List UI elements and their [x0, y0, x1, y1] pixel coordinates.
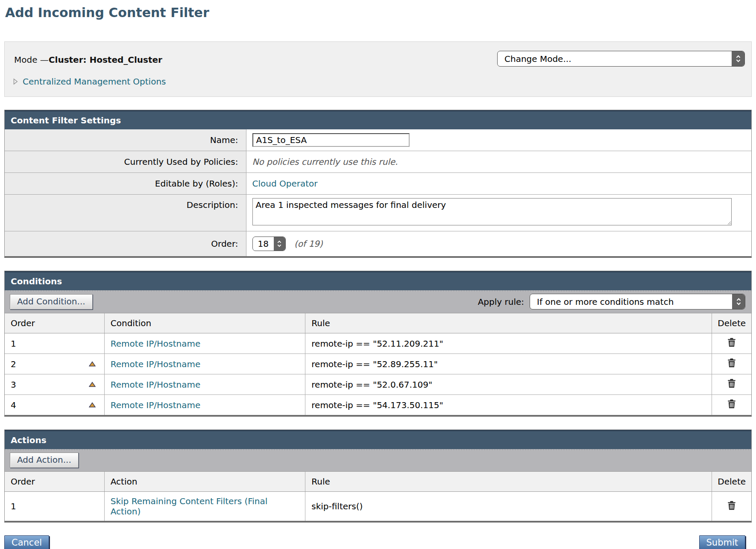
mode-box: Mode —Cluster: Hosted_Cluster Change Mod… — [4, 41, 752, 97]
policies-row: Currently Used by Policies: No policies … — [5, 151, 751, 173]
move-up-arrow-icon — [89, 362, 96, 368]
policies-label: Currently Used by Policies: — [5, 151, 246, 173]
delete-action-button[interactable] — [727, 501, 736, 510]
order-label: Order: — [5, 231, 246, 257]
conditions-header: Conditions — [5, 271, 751, 290]
col-order: Order — [5, 472, 104, 492]
move-up-arrow-icon — [89, 382, 96, 388]
description-label: Description: — [5, 195, 246, 231]
delete-condition-button[interactable] — [727, 358, 736, 368]
condition-link[interactable]: Remote IP/Hostname — [111, 359, 200, 369]
actions-header-row: Order Action Rule Delete — [5, 472, 751, 492]
trash-icon — [727, 383, 736, 389]
condition-row: 4 Remote IP/Hostname remote-ip == "54.17… — [5, 395, 751, 415]
trash-icon — [727, 362, 736, 369]
change-mode-select[interactable]: Change Mode... — [497, 51, 745, 67]
col-delete: Delete — [712, 472, 751, 492]
condition-rule: remote-ip == "54.173.50.115" — [305, 395, 712, 415]
col-action: Action — [104, 472, 305, 492]
col-delete: Delete — [712, 313, 751, 333]
page: Add Incoming Content Filter Mode —Cluste… — [0, 0, 756, 549]
action-order: 1 — [11, 501, 16, 511]
condition-order: 3 — [11, 380, 16, 390]
actions-header: Actions — [5, 430, 751, 449]
mode-value: Cluster: Hosted_Cluster — [49, 55, 162, 65]
condition-rule: remote-ip == "52.0.67.109" — [305, 374, 712, 395]
add-condition-button[interactable]: Add Condition... — [10, 294, 93, 310]
condition-row: 2 Remote IP/Hostname remote-ip == "52.89… — [5, 354, 751, 374]
trash-icon — [727, 505, 736, 511]
page-title: Add Incoming Content Filter — [5, 5, 752, 20]
centralized-management-options-label: Centralized Management Options — [23, 76, 166, 87]
trash-icon — [727, 403, 736, 410]
move-up-button[interactable] — [86, 382, 98, 387]
description-row: Description: Area 1 inspected messages f… — [5, 195, 751, 231]
col-order: Order — [5, 313, 104, 333]
action-link[interactable]: Skip Remaining Content Filters (Final Ac… — [111, 496, 268, 517]
move-up-button[interactable] — [86, 361, 98, 367]
select-stepper-icon — [732, 51, 744, 66]
content-filter-settings-panel: Content Filter Settings Name: Currently … — [4, 110, 752, 258]
name-row: Name: — [5, 129, 751, 151]
editable-row: Editable by (Roles): Cloud Operator — [5, 173, 751, 195]
cancel-button[interactable]: Cancel — [4, 535, 49, 549]
select-stepper-icon — [274, 237, 285, 251]
condition-rule: remote-ip == "52.89.255.11" — [305, 354, 712, 374]
condition-order: 1 — [11, 339, 16, 349]
footer: Cancel Submit — [4, 535, 752, 549]
col-rule: Rule — [305, 472, 712, 492]
policies-value: No policies currently use this rule. — [252, 157, 398, 167]
move-up-arrow-icon — [89, 403, 96, 409]
condition-row: 1 Remote IP/Hostname remote-ip == "52.11… — [5, 333, 751, 354]
conditions-panel: Conditions Add Condition... Apply rule: … — [4, 271, 752, 417]
condition-link[interactable]: Remote IP/Hostname — [111, 400, 200, 410]
select-stepper-icon — [732, 294, 745, 309]
condition-link[interactable]: Remote IP/Hostname — [111, 339, 200, 349]
content-filter-settings-header: Content Filter Settings — [5, 110, 751, 129]
delete-condition-button[interactable] — [727, 338, 736, 347]
conditions-toolbar: Add Condition... Apply rule: If one or m… — [5, 290, 751, 313]
order-select-value: 18 — [253, 237, 274, 251]
condition-row: 3 Remote IP/Hostname remote-ip == "52.0.… — [5, 374, 751, 395]
order-total: (of 19) — [294, 239, 323, 249]
apply-rule-select[interactable]: If one or more conditions match — [530, 294, 745, 310]
name-input[interactable] — [252, 133, 410, 147]
condition-order: 4 — [11, 400, 16, 410]
order-row: Order: 18 (of 19) — [5, 231, 751, 257]
add-action-button[interactable]: Add Action... — [10, 453, 79, 468]
col-condition: Condition — [104, 313, 305, 333]
action-row: 1 Skip Remaining Content Filters (Final … — [5, 492, 751, 521]
description-textarea[interactable]: Area 1 inspected messages for final deli… — [252, 198, 732, 225]
action-rule: skip-filters() — [305, 492, 712, 521]
delete-condition-button[interactable] — [727, 399, 736, 409]
actions-toolbar: Add Action... — [5, 449, 751, 472]
editable-label: Editable by (Roles): — [5, 173, 246, 195]
move-up-button[interactable] — [86, 402, 98, 408]
disclosure-triangle-icon — [13, 78, 18, 85]
conditions-header-row: Order Condition Rule Delete — [5, 313, 751, 333]
delete-condition-button[interactable] — [727, 379, 736, 388]
change-mode-select-value: Change Mode... — [498, 51, 732, 66]
trash-icon — [727, 342, 736, 348]
condition-link[interactable]: Remote IP/Hostname — [111, 380, 200, 390]
col-rule: Rule — [305, 313, 712, 333]
centralized-management-options-link[interactable]: Centralized Management Options — [5, 65, 166, 87]
order-select[interactable]: 18 — [252, 237, 286, 251]
mode-label: Mode — — [14, 55, 49, 65]
name-label: Name: — [5, 129, 246, 151]
apply-rule-select-value: If one or more conditions match — [530, 294, 732, 309]
condition-order: 2 — [11, 359, 16, 369]
actions-panel: Actions Add Action... Order Action Rule … — [4, 429, 752, 523]
cloud-operator-link[interactable]: Cloud Operator — [252, 178, 318, 189]
submit-button[interactable]: Submit — [699, 535, 746, 549]
apply-rule-label: Apply rule: — [478, 297, 524, 307]
condition-rule: remote-ip == "52.11.209.211" — [305, 333, 712, 354]
